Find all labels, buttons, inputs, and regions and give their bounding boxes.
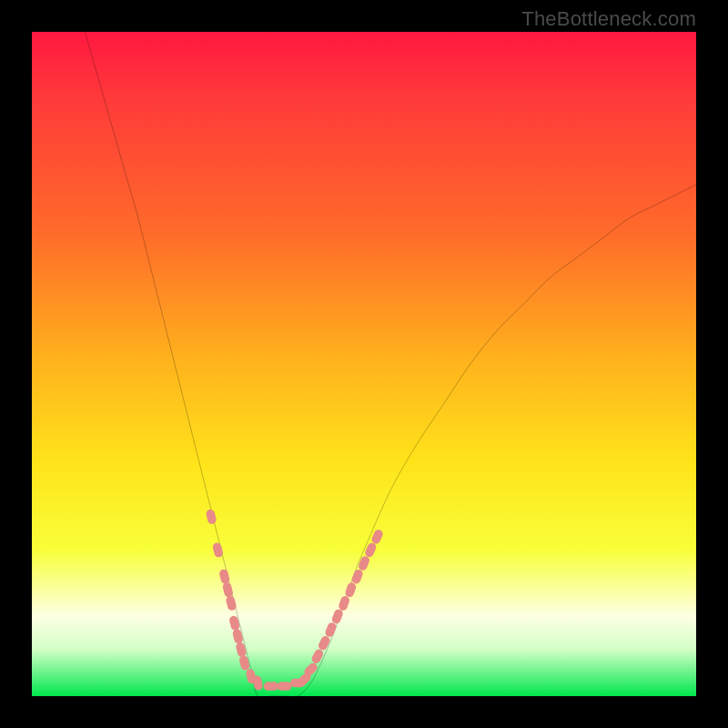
marker-point bbox=[232, 628, 244, 644]
marker-point bbox=[330, 608, 344, 624]
marker-point bbox=[206, 509, 217, 525]
marker-point bbox=[228, 615, 240, 632]
marker-point bbox=[212, 541, 224, 558]
marker-point bbox=[324, 622, 338, 638]
bottleneck-curve bbox=[85, 32, 696, 696]
plot-area bbox=[32, 32, 696, 696]
marker-point bbox=[350, 568, 364, 584]
highlighted-points bbox=[206, 509, 385, 691]
marker-point bbox=[218, 569, 230, 585]
attribution-text: TheBottleneck.com bbox=[521, 7, 696, 31]
marker-point bbox=[225, 595, 237, 612]
marker-point bbox=[370, 529, 384, 546]
curve-svg bbox=[32, 32, 696, 696]
marker-point bbox=[364, 541, 378, 559]
marker-point bbox=[238, 655, 250, 672]
marker-point bbox=[338, 595, 350, 612]
marker-point bbox=[222, 581, 234, 598]
marker-point bbox=[317, 634, 331, 652]
marker-point bbox=[310, 648, 325, 665]
marker-point bbox=[277, 682, 291, 690]
marker-point bbox=[235, 642, 247, 658]
marker-point bbox=[358, 555, 371, 571]
marker-point bbox=[264, 682, 278, 690]
marker-point bbox=[344, 581, 357, 598]
chart-outer: TheBottleneck.com bbox=[0, 0, 728, 728]
